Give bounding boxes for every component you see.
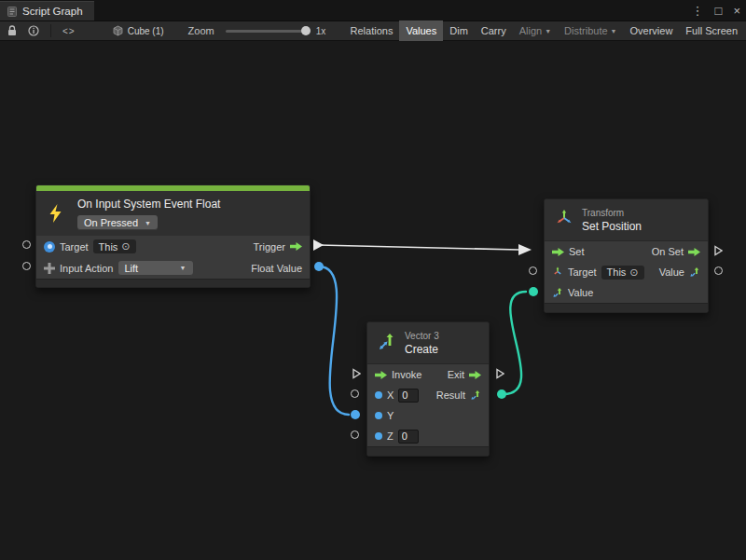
- transform-value-row: Value: [545, 282, 708, 303]
- event-mode-dropdown[interactable]: On Pressed ▼: [77, 215, 158, 230]
- wire-floatvalue-to-y: [319, 266, 349, 415]
- vector3-y-row: Y: [367, 405, 489, 426]
- input-action-value: Lift: [125, 263, 139, 274]
- caret-down-icon: ▼: [180, 265, 186, 271]
- object-picker-icon: ⊙: [121, 240, 130, 253]
- align-dropdown-button[interactable]: Align▼: [513, 20, 558, 41]
- node-on-input-system-event-float[interactable]: On Input System Event Float On Pressed ▼…: [35, 184, 311, 288]
- object-picker-icon: ⊙: [629, 266, 638, 279]
- graph-canvas[interactable]: On Input System Event Float On Pressed ▼…: [0, 41, 746, 560]
- port-transform-value-in[interactable]: [529, 287, 538, 296]
- vector3-node-title: Create: [405, 343, 439, 356]
- code-icon[interactable]: <>: [57, 20, 81, 41]
- tab-script-graph[interactable]: Script Graph: [0, 1, 94, 20]
- carry-label: Carry: [481, 25, 506, 36]
- trigger-label: Trigger: [254, 241, 285, 253]
- values-button[interactable]: Values: [399, 20, 443, 41]
- zoom-slider-knob[interactable]: [301, 26, 311, 35]
- graph-owner-label: Cube (1): [128, 26, 164, 36]
- vector3-invoke-row: Invoke Exit: [367, 364, 489, 385]
- invoke-label: Invoke: [392, 369, 421, 380]
- port-event-input-action-in[interactable]: [22, 262, 31, 270]
- vector3-mini-icon: [470, 389, 481, 401]
- relations-button[interactable]: Relations: [344, 20, 400, 41]
- port-vector3-y-in[interactable]: [351, 410, 360, 419]
- transform-set-row: Set On Set: [545, 241, 708, 262]
- lock-icon[interactable]: [2, 20, 22, 41]
- input-action-label: Input Action: [60, 263, 114, 274]
- result-label: Result: [436, 389, 465, 401]
- gameobject-icon: [44, 241, 55, 253]
- vector3-x-row: X Result: [367, 385, 489, 405]
- overview-label: Overview: [630, 25, 673, 36]
- value-in-label: Value: [568, 287, 593, 298]
- wire-result-to-value: [504, 292, 526, 394]
- input-action-dropdown[interactable]: Lift ▼: [118, 261, 193, 276]
- transform-icon: [554, 209, 574, 231]
- event-node-title: On Input System Event Float: [77, 198, 300, 211]
- flow-arrow-icon: [469, 371, 481, 379]
- event-input-action-row: Input Action Lift ▼ Float Value: [36, 257, 310, 279]
- vector3-mini-icon: [552, 287, 563, 298]
- zoom-value: 1x: [316, 26, 326, 36]
- port-event-float-value-out[interactable]: [314, 262, 324, 271]
- x-value-input[interactable]: [398, 389, 419, 403]
- port-transform-on-set-out[interactable]: [714, 245, 723, 256]
- vector3-z-row: Z: [367, 426, 489, 446]
- z-value-input[interactable]: [398, 430, 419, 444]
- dim-button[interactable]: Dim: [443, 20, 475, 41]
- port-vector3-x-in[interactable]: [351, 389, 359, 398]
- this-label: This: [99, 241, 118, 253]
- dim-label: Dim: [449, 25, 468, 36]
- input-action-icon: [44, 263, 55, 274]
- transform-node-title: Set Position: [582, 220, 642, 233]
- flow-arrow-icon: [688, 248, 700, 256]
- value-out-label: Value: [659, 266, 684, 278]
- cube-icon: [113, 25, 123, 36]
- zoom-slider[interactable]: [226, 30, 308, 33]
- port-transform-value-out[interactable]: [714, 266, 723, 275]
- toolbar-separator: [50, 24, 51, 37]
- transform-node-footer: [545, 303, 708, 312]
- on-set-label: On Set: [652, 246, 684, 257]
- x-label: X: [387, 389, 394, 401]
- port-vector3-invoke-in[interactable]: [352, 368, 361, 379]
- target-label: Target: [60, 241, 89, 253]
- lightning-icon: [48, 204, 62, 225]
- transform-mini-icon: [552, 266, 563, 278]
- maximize-icon[interactable]: □: [715, 5, 723, 17]
- vector3-node-titles: Vector 3 Create: [405, 331, 439, 356]
- close-icon[interactable]: ×: [733, 5, 740, 17]
- overview-button[interactable]: Overview: [624, 20, 680, 41]
- carry-button[interactable]: Carry: [475, 20, 513, 41]
- graph-owner-selector[interactable]: Cube (1): [113, 25, 164, 36]
- transform-target-this-chip[interactable]: This ⊙: [601, 266, 644, 280]
- node-vector3-create[interactable]: Vector 3 Create Invoke Exit X Resu: [366, 321, 490, 457]
- port-vector3-exit-out[interactable]: [496, 368, 504, 379]
- caret-down-icon: ▼: [145, 220, 151, 226]
- toolbar-buttons: Relations Values Dim Carry Align▼ Distri…: [344, 20, 744, 41]
- relations-label: Relations: [351, 25, 394, 36]
- vector3-node-header: Vector 3 Create: [367, 322, 489, 364]
- script-graph-icon: [7, 7, 17, 17]
- event-target-this-chip[interactable]: This ⊙: [93, 239, 136, 253]
- float-type-icon: [375, 432, 382, 440]
- port-event-target-in[interactable]: [22, 240, 31, 249]
- info-icon[interactable]: [22, 20, 45, 41]
- exit-label: Exit: [448, 369, 464, 380]
- caret-down-icon: ▼: [545, 28, 551, 34]
- event-mode-value: On Pressed: [84, 217, 138, 228]
- port-event-trigger-out: [313, 239, 324, 251]
- port-vector3-result-out[interactable]: [497, 389, 506, 399]
- event-node-footer: [36, 279, 310, 287]
- transform-node-header: Transform Set Position: [545, 199, 708, 241]
- kebab-menu-icon[interactable]: ⋮: [692, 5, 704, 17]
- tab-bar: Script Graph ⋮ □ ×: [0, 0, 746, 20]
- port-transform-set-in: [518, 244, 532, 255]
- port-transform-target-in[interactable]: [529, 266, 537, 275]
- y-label: Y: [387, 410, 394, 421]
- port-vector3-z-in[interactable]: [351, 430, 359, 439]
- node-transform-set-position[interactable]: Transform Set Position Set On Set Target…: [544, 198, 709, 313]
- full-screen-button[interactable]: Full Screen: [679, 20, 744, 41]
- distribute-dropdown-button[interactable]: Distribute▼: [558, 20, 623, 41]
